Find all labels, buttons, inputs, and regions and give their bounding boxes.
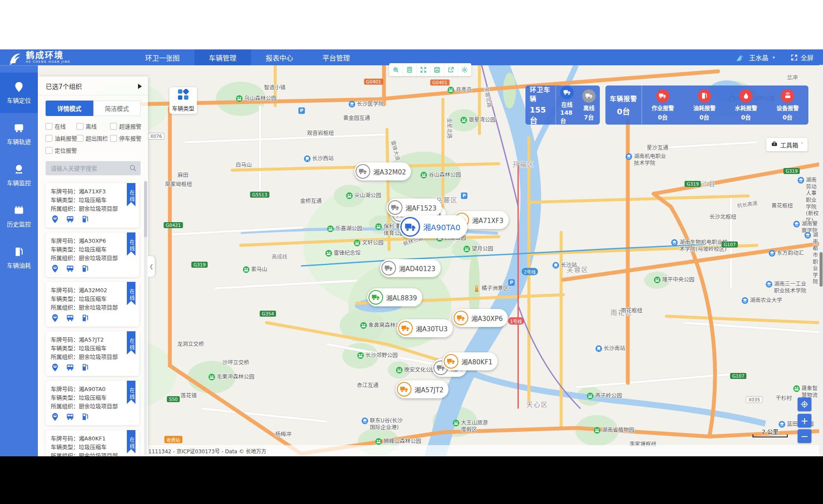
vehicle-type-button[interactable]: 车辆类型 (169, 87, 197, 114)
road-badge-1号线: 1号线 (508, 318, 524, 325)
panel-scrollbar[interactable] (144, 180, 147, 455)
track-icon[interactable] (66, 363, 74, 372)
vehicle-org-row: 所属组织：厨余垃圾项目部 (51, 402, 134, 411)
checkbox-icon[interactable] (77, 135, 83, 142)
panel-collapse-button[interactable]: ❮ (148, 256, 155, 277)
sidebar-item-1[interactable]: 车辆轨迹 (0, 114, 38, 154)
filter-checkbox-0[interactable]: 在线 (46, 122, 77, 130)
fuel-icon[interactable] (81, 264, 89, 273)
fuel-icon[interactable] (81, 215, 89, 223)
stat-item-作业报警: 作业报警0台 (642, 86, 684, 125)
fullscreen-button[interactable]: 全屏 (790, 53, 814, 62)
sidebar-item-label: 车辆监控 (7, 178, 31, 187)
vehicle-marker-湘A30TU3[interactable]: 湘A30TU3 (397, 319, 453, 337)
vehicle-card-湘A71XF3[interactable]: 车牌号码：湘A71XF3车辆类型：垃圾压缩车所属组织：厨余垃圾项目部在线 (46, 183, 139, 228)
locate-button[interactable] (798, 397, 811, 411)
map-poi-联东U谷(长沙 国际企业港): 联东U谷(长沙 国际企业港) (361, 417, 403, 431)
vehicle-card-湘A30XP6[interactable]: 车牌号码：湘A30XP6车辆类型：垃圾压缩车所属组织：厨余垃圾项目部在线 (46, 232, 139, 277)
poi-label: 沙坪立交桥 (222, 359, 249, 366)
user-name[interactable]: 王水晶 (749, 53, 768, 62)
search-icon[interactable] (129, 164, 137, 172)
filter-checkbox-4[interactable]: 超出围栏 (77, 134, 110, 142)
vehicle-card-湘A32M02[interactable]: 车牌号码：湘A32M02车辆类型：垃圾压缩车所属组织：厨余垃圾项目部在线 (46, 282, 139, 327)
tab-detail-mode[interactable]: 详情模式 (46, 101, 93, 116)
track-icon[interactable] (66, 264, 74, 273)
vehicle-marker-湘AL8839[interactable]: 湘AL8839 (367, 288, 422, 306)
vehicle-marker-湘A32M02[interactable]: 湘A32M02 (354, 162, 411, 180)
checkbox-icon[interactable] (110, 123, 117, 130)
nav-item-2[interactable]: 报表中心 (251, 49, 308, 65)
expand-arrow-icon[interactable] (138, 84, 142, 89)
page-scrollbar-thumb[interactable] (820, 252, 823, 287)
vehicle-marker-湘A30XP6[interactable]: 湘A30XP6 (452, 309, 508, 327)
truck-icon (582, 89, 596, 103)
checkbox-icon[interactable] (46, 135, 52, 142)
stat-count: 0台 (700, 113, 709, 121)
zoom-out-button[interactable]: − (798, 429, 811, 443)
toolbox-button[interactable]: 工具箱 ˅ (766, 138, 808, 151)
sidebar-item-2[interactable]: 车辆监控 (0, 155, 38, 195)
sidebar-item-4[interactable]: 车辆油耗 (0, 238, 38, 278)
fuel-icon[interactable] (81, 363, 89, 372)
checkbox-icon[interactable] (77, 123, 83, 130)
fuel-icon[interactable] (81, 314, 89, 322)
save-icon[interactable] (430, 63, 444, 76)
filter-checkbox-3[interactable]: 油耗报警 (46, 134, 77, 142)
filter-checkbox-5[interactable]: 停车报警 (110, 134, 144, 142)
page-scrollbar[interactable] (819, 65, 823, 456)
sidebar-item-0[interactable]: 车辆定位 (0, 73, 38, 113)
share-icon[interactable] (444, 63, 458, 76)
vehicle-marker-湘A90TA0[interactable]: 湘A90TA0 (399, 215, 467, 238)
settings-icon[interactable] (458, 63, 471, 76)
filter-checkbox-6[interactable]: 定位报警 (46, 146, 77, 154)
locate-icon[interactable] (51, 215, 59, 223)
search-input[interactable] (46, 161, 141, 175)
filter-checkbox-1[interactable]: 离线 (77, 122, 110, 130)
frame-icon[interactable] (403, 63, 417, 76)
road-badge-X076: X076 (147, 133, 164, 140)
checkbox-icon[interactable] (46, 123, 52, 130)
compass-icon (800, 400, 809, 409)
fuel-icon[interactable] (81, 412, 89, 421)
filter-checkbox-2[interactable]: 超速报警 (110, 122, 144, 130)
map-poi-雷锋大道: 雷锋大道 (385, 147, 405, 154)
locate-icon[interactable] (51, 412, 59, 421)
vehicle-card-湘A57JT2[interactable]: 车牌号码：湘A57JT2车辆类型：垃圾压缩车所属组织：厨余垃圾项目部在线 (46, 331, 139, 376)
station-icon (552, 262, 559, 269)
chevron-down-icon[interactable]: ▾ (773, 55, 775, 60)
expand-icon[interactable] (417, 63, 430, 76)
vehicle-card-湘A90TA0[interactable]: 车牌号码：湘A90TA0车辆类型：垃圾压缩车所属组织：厨余垃圾项目部在线 (46, 381, 139, 425)
marker-plate-label: 湘AL8839 (386, 293, 417, 302)
nav-item-3[interactable]: 平台管理 (308, 49, 365, 65)
vehicle-marker-湘A57JT2[interactable]: 湘A57JT2 (396, 380, 448, 398)
locate-icon[interactable] (51, 314, 59, 322)
truck-icon (397, 382, 412, 397)
locate-icon[interactable] (51, 264, 59, 273)
nav-item-0[interactable]: 环卫一张图 (131, 49, 194, 65)
avatar[interactable] (734, 52, 745, 63)
carpin-icon (13, 81, 25, 92)
stat-label: 在线 (561, 100, 572, 108)
park-icon (360, 322, 367, 329)
locate-icon[interactable] (51, 363, 59, 372)
panel-scrollbar-thumb[interactable] (144, 181, 147, 237)
vehicle-plate-row: 车牌号码：湘A32M02 (51, 286, 134, 295)
checkbox-icon[interactable] (110, 135, 117, 142)
vehicle-marker-湘AF1523[interactable]: 湘AF1523 (387, 199, 442, 217)
map-poi-望月公园: 望月公园 (463, 245, 493, 253)
sidebar-item-3[interactable]: 历史监控 (0, 196, 38, 237)
app-window: 智造小镇乌山森林公园长沙医学院黄金园互通月亮岛银星湾公园观音岩枢纽白马山麻田简家… (0, 0, 823, 504)
track-icon[interactable] (66, 412, 74, 421)
zoom-in-button[interactable]: + (798, 414, 811, 428)
vehicle-marker-湘AD40123[interactable]: 湘AD40123 (380, 259, 441, 277)
track-icon[interactable] (66, 215, 74, 223)
checkbox-icon[interactable] (46, 147, 52, 154)
search-icon[interactable] (389, 63, 403, 76)
road-badge-收费站: 收费站 (164, 436, 182, 443)
fleet-count: 155台 (530, 105, 551, 125)
nav-item-1[interactable]: 车辆管理 (194, 49, 251, 65)
tab-simple-mode[interactable]: 简洁模式 (93, 101, 141, 116)
track-icon[interactable] (66, 314, 74, 322)
vehicle-marker-湘A80KF1[interactable]: 湘A80KF1 (442, 352, 497, 370)
filter-label: 离线 (86, 122, 97, 130)
